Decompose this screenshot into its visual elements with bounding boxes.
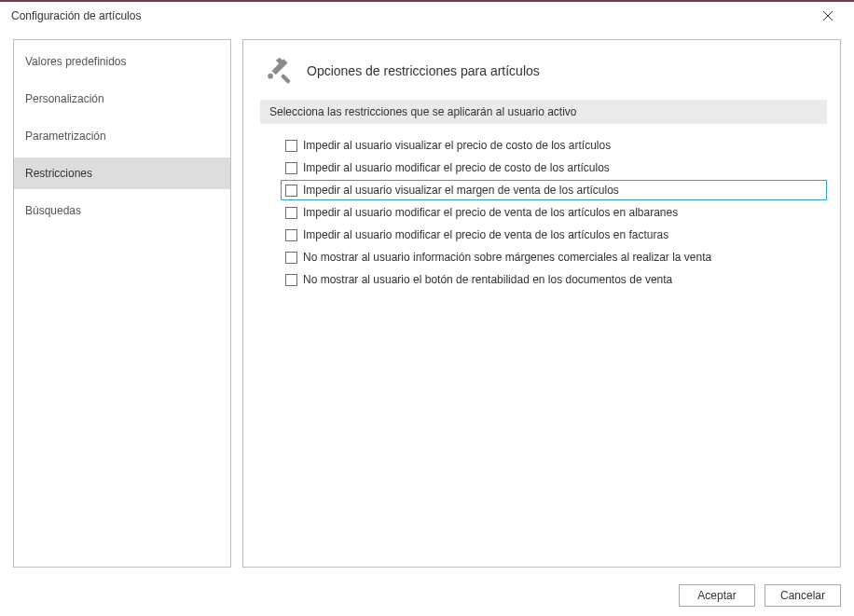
option-checkbox-4[interactable] — [285, 229, 297, 241]
main-header: Opciones de restricciones para artículos — [260, 55, 827, 87]
titlebar: Configuración de artículos — [0, 2, 854, 30]
accept-button[interactable]: Aceptar — [679, 584, 755, 607]
option-label: No mostrar al usuario el botón de rentab… — [303, 273, 672, 286]
dialog-body: Valores predefinidosPersonalizaciónParam… — [0, 30, 854, 575]
option-checkbox-3[interactable] — [285, 207, 297, 219]
option-row-6[interactable]: No mostrar al usuario el botón de rentab… — [281, 269, 827, 290]
option-label: Impedir al usuario modificar el precio d… — [303, 161, 610, 174]
sidebar-item-3[interactable]: Restricciones — [14, 157, 230, 189]
svg-rect-3 — [281, 74, 291, 84]
sidebar-item-label: Personalización — [25, 92, 104, 105]
option-row-5[interactable]: No mostrar al usuario información sobre … — [281, 247, 827, 267]
window-title: Configuración de artículos — [11, 9, 809, 22]
option-checkbox-5[interactable] — [285, 252, 297, 264]
sidebar-item-0[interactable]: Valores predefinidos — [14, 46, 230, 77]
close-button[interactable] — [809, 3, 847, 29]
main-title: Opciones de restricciones para artículos — [307, 63, 540, 78]
option-row-2[interactable]: Impedir al usuario visualizar el margen … — [281, 180, 827, 200]
main-panel: Opciones de restricciones para artículos… — [242, 39, 841, 568]
sidebar-item-label: Búsquedas — [25, 204, 81, 217]
option-checkbox-6[interactable] — [285, 274, 297, 286]
option-checkbox-1[interactable] — [285, 162, 297, 174]
option-row-0[interactable]: Impedir al usuario visualizar el precio … — [281, 135, 827, 156]
dialog-window: Configuración de artículos Valores prede… — [0, 0, 854, 616]
option-label: No mostrar al usuario información sobre … — [303, 251, 711, 264]
sidebar: Valores predefinidosPersonalizaciónParam… — [13, 39, 231, 568]
option-checkbox-0[interactable] — [285, 140, 297, 152]
sidebar-item-label: Restricciones — [25, 167, 92, 180]
sidebar-item-1[interactable]: Personalización — [14, 83, 230, 115]
section-header: Selecciona las restricciones que se apli… — [260, 100, 827, 124]
options-list: Impedir al usuario visualizar el precio … — [260, 135, 827, 290]
option-label: Impedir al usuario modificar el precio d… — [303, 206, 678, 219]
tools-icon — [264, 55, 296, 87]
option-label: Impedir al usuario visualizar el precio … — [303, 139, 611, 152]
option-row-1[interactable]: Impedir al usuario modificar el precio d… — [281, 157, 827, 178]
svg-point-2 — [268, 74, 273, 79]
sidebar-item-label: Parametrización — [25, 130, 106, 143]
option-row-3[interactable]: Impedir al usuario modificar el precio d… — [281, 202, 827, 223]
close-icon — [823, 11, 833, 21]
sidebar-item-4[interactable]: Búsquedas — [14, 195, 230, 226]
option-row-4[interactable]: Impedir al usuario modificar el precio d… — [281, 225, 827, 245]
sidebar-item-label: Valores predefinidos — [25, 55, 127, 68]
option-checkbox-2[interactable] — [285, 185, 297, 197]
dialog-footer: Aceptar Cancelar — [0, 575, 854, 616]
sidebar-item-2[interactable]: Parametrización — [14, 120, 230, 152]
option-label: Impedir al usuario visualizar el margen … — [303, 184, 619, 197]
cancel-button[interactable]: Cancelar — [764, 584, 841, 607]
option-label: Impedir al usuario modificar el precio d… — [303, 228, 668, 241]
